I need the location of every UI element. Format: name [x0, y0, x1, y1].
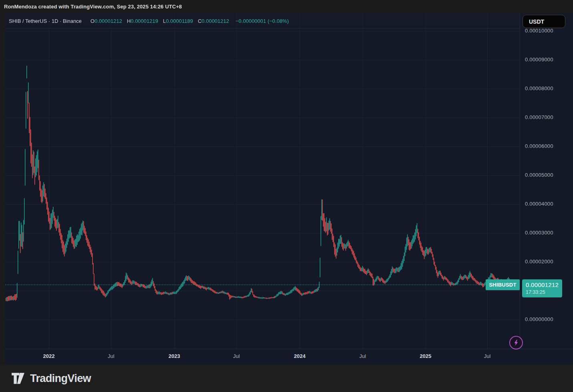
tradingview-snapshot: RonMendoza created with TradingView.com,… [0, 0, 573, 392]
y-axis-label: 0.00008000 [525, 85, 553, 91]
ohlc-high: H0.00001219 [127, 18, 163, 24]
ohlc-close-value: 0.00001212 [202, 18, 229, 24]
x-axis-label: 2025 [420, 353, 432, 359]
attribution-text: RonMendoza created with TradingView.com,… [4, 4, 182, 10]
y-axis-label: 0.00003000 [525, 230, 553, 236]
y-axis-label: 0.00009000 [525, 57, 553, 63]
ohlc-open: O0.00001212 [91, 18, 127, 24]
ohlc-low-value: 0.00001189 [166, 18, 193, 24]
y-axis-label: 0.00006000 [525, 143, 553, 149]
y-axis-label: 0.00000000 [525, 316, 553, 322]
x-axis-label: Jul [359, 353, 366, 359]
ohlc-low: L0.00001189 [163, 18, 198, 24]
ohlc-high-value: 0.00001219 [131, 18, 158, 24]
symbol-title[interactable]: SHIB / TetherUS · 1D · Binance [9, 18, 82, 24]
ohlc-close: C0.00001212 [198, 18, 234, 24]
last-price-label: 0.00001212 17:33:25 [522, 279, 562, 297]
chart-region: SHIB / TetherUS · 1D · Binance O0.000012… [5, 13, 573, 365]
attribution-bar: RonMendoza created with TradingView.com,… [0, 0, 573, 13]
currency-toggle-label: USDT [529, 18, 544, 25]
legend-change: −0.00000001 (−0.08%) [236, 18, 289, 24]
y-axis-label: 0.00002000 [525, 259, 553, 265]
y-axis-label: 0.00010000 [525, 28, 553, 34]
symbol-price-tag: SHIBUSDT [486, 279, 520, 290]
price-chart-canvas[interactable] [5, 13, 520, 349]
symbol-legend: SHIB / TetherUS · 1D · Binance O0.000012… [5, 13, 520, 29]
x-axis-label: 2023 [169, 353, 180, 359]
y-axis-label: 0.00007000 [525, 114, 553, 120]
footer-bar: TradingView [0, 365, 573, 392]
x-axis-label: 2022 [43, 353, 55, 359]
lightning-bolt-icon [512, 339, 520, 346]
x-axis-label: Jul [484, 353, 491, 359]
currency-toggle-button[interactable]: USDT [523, 15, 565, 28]
tradingview-logo[interactable]: TradingView [11, 372, 91, 385]
x-axis-label: Jul [233, 353, 240, 359]
ohlc-open-value: 0.00001212 [95, 18, 122, 24]
last-price-value: 0.00001212 [526, 281, 562, 289]
tradingview-mark-icon [11, 372, 25, 384]
y-axis-label: 0.00005000 [525, 172, 553, 178]
x-axis-label: Jul [108, 353, 115, 359]
price-axis[interactable]: USDT 0.00001212 17:33:25 0.000100000.000… [520, 13, 573, 349]
brand-name: TradingView [30, 372, 91, 385]
time-axis[interactable]: 2022Jul2023Jul2024Jul2025Jul [5, 349, 573, 365]
x-axis-label: 2024 [294, 353, 306, 359]
boost-button[interactable] [509, 336, 523, 350]
countdown-timer: 17:33:25 [526, 289, 562, 295]
y-axis-label: 0.00004000 [525, 201, 553, 207]
